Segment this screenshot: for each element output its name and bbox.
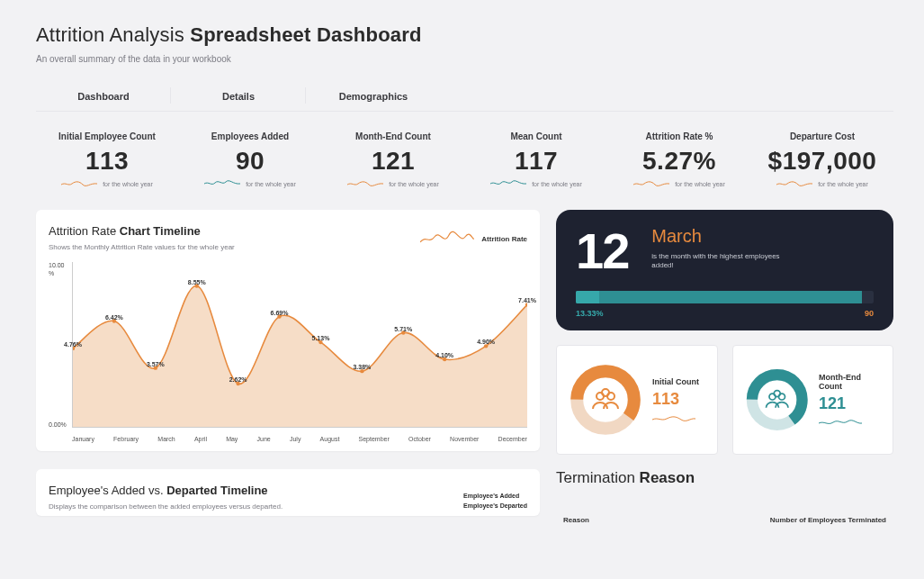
page-title: Attrition Analysis Spreadsheet Dashboard <box>36 23 893 47</box>
kpi-row: Initial Employee Count 113 for the whole… <box>36 131 893 188</box>
highlight-progress-bar <box>576 291 874 303</box>
attrition-chart-card: Attrition Rate Chart Timeline Shows the … <box>36 210 540 451</box>
chart-data-label: 8.55% <box>188 278 206 285</box>
kpi-footnote: for the whole year <box>818 181 868 187</box>
x-axis-tick: April <box>194 436 207 442</box>
donut-label: Month-End Count <box>819 373 878 391</box>
y-axis-top: 10.00 % <box>49 262 65 276</box>
added-vs-departed-subtitle: Displays the comparison between the adde… <box>49 502 527 511</box>
x-axis-tick: August <box>320 436 340 442</box>
kpi-label: Initial Employee Count <box>58 131 156 141</box>
chart-data-label: 5.13% <box>312 335 330 341</box>
donut-row: Initial Count 113 M <box>556 345 893 455</box>
kpi-mean-count: Mean Count 117 for the whole year <box>469 131 604 188</box>
chart-data-label: 3.38% <box>353 364 371 370</box>
kpi-label: Mean Count <box>510 131 561 141</box>
donut-label: Initial Count <box>652 377 699 386</box>
x-axis-tick: March <box>157 436 175 442</box>
added-vs-departed-legend: Employee's Added Employee's Departed <box>463 491 527 511</box>
kpi-value: 113 <box>85 147 129 176</box>
donut-value: 113 <box>652 390 699 409</box>
x-axis-tick: May <box>226 436 238 442</box>
kpi-footnote: for the whole year <box>389 181 439 187</box>
added-vs-departed-title: Employee's Added vs. Departed Timeline <box>49 484 527 497</box>
kpi-footnote: for the whole year <box>246 181 296 187</box>
kpi-footnote: for the whole year <box>532 181 582 187</box>
tab-bar: Dashboard Details Demographics <box>36 84 893 112</box>
termination-title-bold: Reason <box>640 469 695 486</box>
chart-data-label: 2.62% <box>229 376 247 383</box>
tab-demographics[interactable]: Demographics <box>306 84 441 111</box>
highlight-desc: is the month with the highest employees … <box>651 252 786 271</box>
x-axis-tick: October <box>408 436 431 442</box>
attrition-chart: 10.00 % 0.00% 4.76%6.42%3.57%8.55%2.62%6… <box>49 262 527 442</box>
chart-data-label: 4.90% <box>477 339 495 345</box>
legend-sparkline-icon <box>420 230 474 248</box>
chart-data-label: 4.10% <box>435 352 453 358</box>
added-vs-departed-card: Employee's Added vs. Departed Timeline D… <box>36 469 540 516</box>
termination-title: Termination Reason <box>556 469 893 487</box>
x-axis-tick: November <box>450 436 479 442</box>
svg-point-21 <box>774 391 780 397</box>
highlight-pct: 13.33% <box>576 309 604 318</box>
sparkline-icon <box>347 179 383 188</box>
x-axis-labels: JanuaryFebruaryMarchAprilMayJuneJulyAugu… <box>72 436 527 442</box>
legend-added: Employee's Added <box>463 491 527 501</box>
attrition-chart-subtitle: Shows the Monthly Attrition Rate values … <box>49 243 235 251</box>
termination-title-light: Termination <box>556 469 640 486</box>
chart-data-label: 4.76% <box>64 340 82 347</box>
legend-label: Attrition Rate <box>481 235 527 243</box>
kpi-month-end-count: Month-End Count 121 for the whole year <box>326 131 461 188</box>
page-title-light: Attrition Analysis <box>36 23 190 46</box>
svg-point-16 <box>602 389 609 396</box>
highlight-month: March <box>651 226 786 247</box>
sparkline-icon <box>652 414 695 423</box>
attrition-chart-title-light: Attrition Rate <box>49 224 120 238</box>
y-axis-bottom: 0.00% <box>49 421 67 428</box>
termination-reason-card: Termination Reason Reason Number of Empl… <box>556 469 893 524</box>
chart-data-label: 6.42% <box>105 313 123 320</box>
x-axis-tick: January <box>72 436 94 442</box>
tab-dashboard[interactable]: Dashboard <box>36 84 171 111</box>
donut-value: 121 <box>819 394 878 413</box>
kpi-label: Employees Added <box>211 131 289 141</box>
donut-chart-icon <box>744 362 810 438</box>
sparkline-icon <box>490 179 526 188</box>
chart-data-label: 3.57% <box>147 360 165 366</box>
sparkline-icon <box>633 179 669 188</box>
x-axis-tick: September <box>359 436 390 442</box>
x-axis-tick: June <box>257 436 271 442</box>
sparkline-icon <box>61 179 97 188</box>
attrition-chart-legend: Attrition Rate <box>420 230 527 248</box>
kpi-value: $197,000 <box>768 147 877 176</box>
donut-month-end-count: Month-End Count 121 <box>732 345 894 455</box>
kpi-attrition-rate: Attrition Rate % 5.27% for the whole yea… <box>612 131 747 188</box>
donut-chart-icon <box>568 362 643 438</box>
kpi-footnote: for the whole year <box>103 181 153 187</box>
x-axis-tick: July <box>290 436 301 442</box>
kpi-value: 5.27% <box>642 147 716 176</box>
kpi-departure-cost: Departure Cost $197,000 for the whole ye… <box>755 131 890 188</box>
page-title-bold: Spreadsheet Dashboard <box>190 23 421 46</box>
termination-table-header: Reason Number of Employees Terminated <box>556 516 893 524</box>
y-axis-top-unit: % <box>49 270 65 276</box>
chart-data-label: 7.41% <box>518 297 536 303</box>
kpi-initial-count: Initial Employee Count 113 for the whole… <box>40 131 175 188</box>
x-axis-tick: February <box>113 436 139 442</box>
highlight-card: 12 March is the month with the highest e… <box>556 210 893 330</box>
sparkline-icon <box>204 179 240 188</box>
kpi-label: Month-End Count <box>355 131 431 141</box>
x-axis-tick: December <box>498 436 527 442</box>
attrition-chart-title: Attrition Rate Chart Timeline <box>49 224 235 238</box>
avd-title-bold: Departed Timeline <box>166 484 267 497</box>
kpi-label: Departure Cost <box>790 131 855 141</box>
kpi-value: 90 <box>236 147 265 176</box>
legend-departed: Employee's Departed <box>463 501 527 511</box>
highlight-total: 90 <box>865 309 874 318</box>
termination-col-count: Number of Employees Terminated <box>770 516 886 524</box>
avd-title-light: Employee's Added vs. <box>49 484 166 497</box>
chart-data-label: 6.69% <box>271 309 289 315</box>
sparkline-icon <box>776 179 812 188</box>
tab-details[interactable]: Details <box>171 84 306 111</box>
kpi-label: Attrition Rate % <box>646 131 713 141</box>
